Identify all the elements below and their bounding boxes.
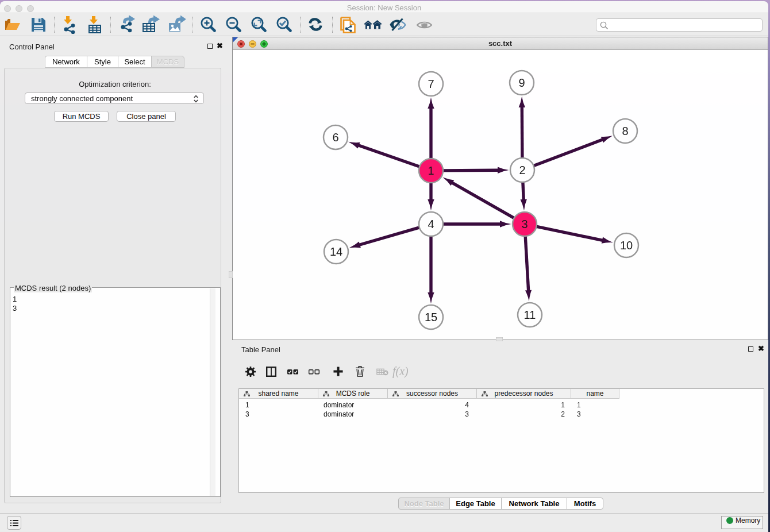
svg-text:9: 9: [518, 76, 525, 89]
svg-text:3: 3: [521, 218, 528, 230]
svg-text:7: 7: [428, 78, 434, 90]
svg-text:4: 4: [428, 218, 434, 230]
svg-text:10: 10: [620, 239, 633, 252]
svg-text:15: 15: [425, 311, 437, 323]
svg-text:8: 8: [622, 125, 628, 137]
svg-text:1: 1: [428, 164, 434, 177]
svg-text:2: 2: [519, 164, 525, 176]
svg-text:11: 11: [524, 309, 536, 321]
svg-text:14: 14: [330, 245, 342, 258]
svg-text:6: 6: [332, 131, 338, 144]
